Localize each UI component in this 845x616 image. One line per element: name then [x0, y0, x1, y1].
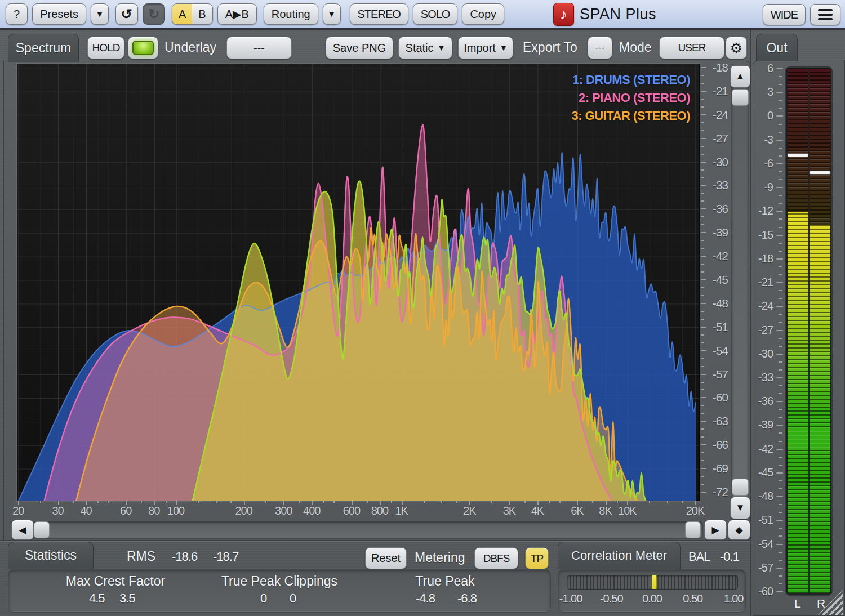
save-png-button[interactable]: Save PNG [326, 37, 393, 59]
out-meter-tick [779, 338, 782, 339]
db-tick [701, 319, 704, 320]
hold-button[interactable]: HOLD [87, 37, 124, 59]
db-tick [701, 130, 704, 131]
tab-spectrum[interactable]: Spectrum [8, 34, 79, 62]
out-meter-label: 3 [749, 86, 773, 99]
spectrum-display[interactable]: 1: DRUMS (STEREO) 2: PIANO (STEREO) 3: G… [17, 64, 700, 501]
freq-scale-label: 6K [571, 505, 583, 517]
db-tick [701, 177, 704, 178]
redo-button[interactable]: ↻ [143, 3, 165, 25]
diamond-icon: ◆ [735, 524, 742, 536]
menu-button[interactable] [810, 4, 840, 25]
settings-button[interactable]: ⚙ [726, 37, 747, 59]
out-meter-tick [779, 76, 782, 77]
out-meter-tick [779, 266, 782, 267]
vertical-scrollbar-thumb-top[interactable] [732, 89, 749, 106]
out-meter-tick [779, 560, 782, 561]
right-channel-label: R [817, 597, 825, 610]
help-button[interactable]: ? [6, 3, 28, 25]
out-meter-label: -15 [749, 229, 773, 242]
out-meter-tick [779, 155, 782, 157]
horizontal-scrollbar-thumb-left[interactable] [34, 521, 50, 538]
tab-correlation-meter[interactable]: Correlation Meter [558, 542, 681, 569]
static-dropdown-button[interactable]: Static▼ [398, 37, 452, 59]
tab-statistics[interactable]: Statistics [8, 542, 94, 569]
ab-a-segment[interactable]: A [172, 4, 192, 24]
mode-user-button[interactable]: USER [659, 37, 724, 59]
out-meter-tick [779, 504, 782, 505]
output-level-meter [785, 66, 833, 596]
out-meter-tick [779, 84, 782, 85]
out-meter-label: -54 [749, 538, 773, 551]
db-scale-label: -72 [703, 485, 728, 499]
db-tick [701, 295, 704, 296]
freq-tick [323, 501, 324, 503]
db-scale-label: -57 [703, 368, 728, 381]
presets-button[interactable]: Presets [32, 3, 86, 25]
scroll-right-button[interactable]: ▶ [704, 520, 727, 540]
tab-out[interactable]: Out [756, 34, 798, 61]
db-tick [701, 476, 704, 477]
db-tick [701, 358, 704, 359]
presets-dropdown-button[interactable]: ▼ [91, 3, 109, 25]
out-meter-label: -39 [749, 418, 773, 431]
routing-button[interactable]: Routing [264, 3, 318, 25]
chevron-down-icon: ▼ [328, 10, 336, 19]
legend-item-drums: 1: DRUMS (STEREO) [571, 71, 690, 89]
scroll-left-button[interactable]: ◀ [11, 520, 34, 540]
out-meter-tick [779, 583, 782, 584]
zoom-reset-button[interactable]: ◆ [728, 520, 750, 540]
freq-tick [198, 501, 199, 503]
correlation-scale-label: -0.50 [600, 592, 623, 605]
true-peak-toggle-button[interactable]: TP [525, 547, 549, 569]
db-scale-label: -36 [703, 202, 728, 216]
freq-tick [108, 501, 109, 503]
peak-marker-left [788, 154, 808, 157]
a-to-b-button[interactable]: A▶B [217, 3, 257, 25]
copy-button[interactable]: Copy [462, 3, 504, 25]
scroll-down-button[interactable]: ▼ [730, 497, 750, 519]
db-tick [701, 452, 704, 453]
db-tick [701, 436, 704, 438]
db-tick [701, 240, 704, 241]
left-channel-label: L [794, 597, 800, 610]
freq-tick [559, 501, 561, 503]
out-meter-label: -33 [749, 371, 773, 384]
db-tick [701, 75, 704, 76]
ab-compare-switch[interactable]: AB [172, 3, 213, 25]
undo-button[interactable]: ↺ [115, 3, 138, 25]
freq-tick [40, 501, 41, 503]
reset-button[interactable]: Reset [365, 547, 407, 569]
db-tick [701, 248, 704, 249]
solo-button[interactable]: SOLO [413, 3, 458, 25]
underlay-select-button[interactable]: --- [226, 37, 292, 59]
out-meter-tick [779, 457, 782, 458]
ab-b-segment[interactable]: B [192, 4, 212, 24]
spectrum-enable-toggle[interactable] [128, 37, 158, 59]
wide-button[interactable]: WIDE [763, 4, 806, 25]
export-to-button[interactable]: --- [588, 37, 612, 59]
freq-scale-label: 400 [303, 505, 320, 517]
out-meter-label: -9 [749, 181, 773, 194]
db-scale-label: -39 [703, 226, 728, 239]
chevron-down-icon: ▼ [438, 43, 446, 52]
underlay-label: Underlay [164, 40, 216, 55]
vertical-scrollbar-track[interactable] [731, 65, 749, 519]
left-arrow-icon: ◀ [19, 524, 26, 536]
freq-tick [166, 501, 167, 503]
out-meter-tick [779, 243, 782, 244]
stereo-button[interactable]: STEREO [350, 3, 408, 25]
out-meter-tick [776, 544, 783, 545]
dbfs-button[interactable]: DBFS [474, 547, 518, 569]
out-meter-label: -24 [749, 300, 773, 313]
out-meter-tick [776, 235, 783, 236]
routing-dropdown-button[interactable]: ▼ [323, 3, 341, 25]
scroll-up-button[interactable]: ▲ [730, 65, 750, 88]
horizontal-scrollbar-thumb-right[interactable] [685, 521, 701, 538]
db-tick [701, 389, 704, 390]
db-tick [701, 106, 704, 108]
horizontal-scrollbar-track[interactable] [33, 521, 703, 539]
import-dropdown-button[interactable]: Import▼ [458, 37, 513, 59]
spectrum-plot [17, 64, 699, 501]
vertical-scrollbar-thumb-bottom[interactable] [732, 479, 749, 496]
